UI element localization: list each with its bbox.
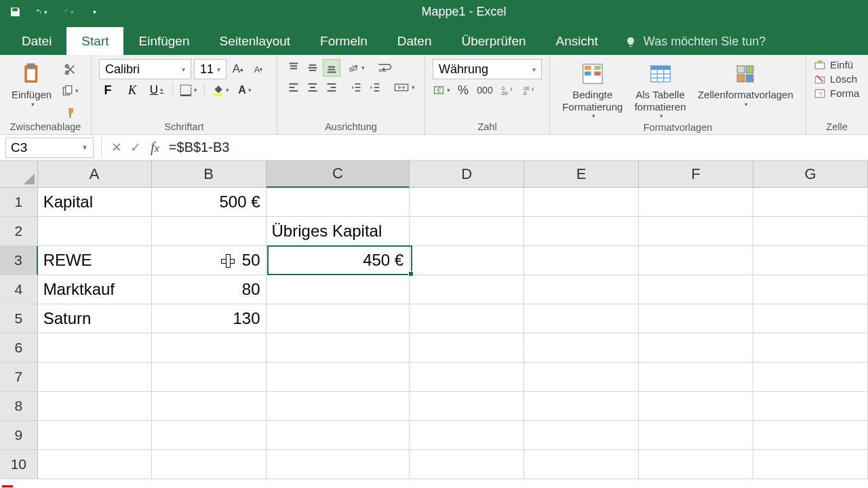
cell-E2[interactable]: [524, 217, 639, 246]
italic-button[interactable]: K: [123, 81, 141, 99]
cell-D4[interactable]: [410, 275, 524, 304]
wrap-text-button[interactable]: abc: [374, 59, 396, 77]
cut-button[interactable]: [61, 60, 79, 78]
format-painter-button[interactable]: [61, 104, 79, 121]
tab-review[interactable]: Überprüfen: [446, 27, 540, 55]
cell-F2[interactable]: [639, 217, 753, 246]
cell-B8[interactable]: [152, 392, 267, 421]
cell-E4[interactable]: [524, 275, 639, 304]
cell-C3[interactable]: 450 €: [267, 246, 410, 275]
cell-B10[interactable]: [152, 450, 267, 479]
fx-icon[interactable]: fx: [145, 139, 165, 156]
cancel-formula-button[interactable]: ✕: [107, 140, 126, 155]
percent-button[interactable]: %: [454, 81, 472, 99]
format-as-table-button[interactable]: Als Tabelle formatieren▾: [631, 59, 690, 122]
paste-button[interactable]: Einfügen ▾: [7, 59, 56, 110]
font-name-combo[interactable]: Calibri▾: [99, 59, 191, 79]
cell-G8[interactable]: [753, 392, 868, 421]
align-top-button[interactable]: [285, 59, 302, 77]
cell-A4[interactable]: Marktkauf: [38, 275, 152, 304]
tell-me-search[interactable]: Was möchten Sie tun?: [613, 28, 766, 55]
align-left-button[interactable]: [285, 79, 302, 96]
tab-file[interactable]: Datei: [7, 27, 66, 55]
decrease-indent-button[interactable]: [347, 79, 365, 96]
cell-C2[interactable]: Übriges Kapital: [267, 217, 410, 246]
align-right-button[interactable]: [323, 79, 340, 96]
tab-view[interactable]: Ansicht: [541, 27, 613, 55]
cell-A7[interactable]: [38, 363, 152, 392]
cell-F7[interactable]: [639, 363, 753, 392]
cell-C10[interactable]: [267, 450, 410, 479]
row-header-1[interactable]: 1: [0, 188, 38, 217]
comma-button[interactable]: 000: [476, 81, 494, 99]
row-header-10[interactable]: 10: [0, 450, 38, 479]
cell-E8[interactable]: [524, 392, 639, 421]
col-header-G[interactable]: G: [753, 161, 868, 188]
cell-G4[interactable]: [753, 275, 868, 304]
insert-cells-button[interactable]: Einfü: [830, 59, 853, 70]
col-header-A[interactable]: A: [38, 161, 152, 188]
col-header-C[interactable]: C: [267, 161, 410, 188]
cell-D10[interactable]: [410, 450, 524, 479]
cell-B5[interactable]: 130: [152, 304, 267, 333]
row-header-9[interactable]: 9: [0, 421, 38, 450]
cell-C8[interactable]: [267, 392, 410, 421]
cell-G5[interactable]: [753, 304, 868, 333]
font-size-combo[interactable]: 11▾: [194, 59, 226, 79]
cell-F3[interactable]: [639, 246, 753, 275]
col-header-B[interactable]: B: [152, 161, 267, 188]
cell-E7[interactable]: [524, 363, 639, 392]
tab-data[interactable]: Daten: [382, 27, 447, 55]
cell-D9[interactable]: [410, 421, 524, 450]
cell-F9[interactable]: [639, 421, 753, 450]
align-middle-button[interactable]: [304, 59, 321, 77]
cell-A9[interactable]: [38, 421, 152, 450]
formula-input[interactable]: =$B$1-B3: [165, 140, 868, 155]
tab-pagelayout[interactable]: Seitenlayout: [205, 27, 306, 55]
cell-G6[interactable]: [753, 333, 868, 363]
cell-C9[interactable]: [267, 421, 410, 450]
format-cells-button[interactable]: Forma: [830, 87, 859, 99]
cell-B4[interactable]: 80: [152, 275, 267, 304]
cell-D6[interactable]: [410, 333, 524, 363]
row-header-5[interactable]: 5: [0, 304, 38, 333]
cell-A8[interactable]: [38, 392, 152, 421]
row-header-2[interactable]: 2: [0, 217, 38, 246]
increase-decimal-button[interactable]: .0.00: [498, 81, 515, 99]
cell-G10[interactable]: [753, 450, 868, 479]
cell-F10[interactable]: [639, 450, 753, 479]
font-color-button[interactable]: A▾: [236, 81, 254, 99]
cell-A1[interactable]: Kapital: [38, 188, 152, 217]
cell-B3[interactable]: 50: [152, 246, 267, 275]
cell-E6[interactable]: [524, 333, 639, 363]
cell-F8[interactable]: [639, 392, 753, 421]
col-header-D[interactable]: D: [410, 161, 524, 188]
cell-B2[interactable]: [152, 217, 267, 246]
cell-A10[interactable]: [38, 450, 152, 479]
tab-formulas[interactable]: Formeln: [305, 27, 382, 55]
cell-B9[interactable]: [152, 421, 267, 450]
tab-insert[interactable]: Einfügen: [123, 27, 204, 55]
copy-button[interactable]: ▾: [61, 82, 79, 100]
cell-C5[interactable]: [267, 304, 410, 333]
cell-C1[interactable]: [267, 188, 410, 217]
redo-icon[interactable]: ▾: [62, 6, 74, 18]
cell-A6[interactable]: [38, 333, 152, 363]
cell-B7[interactable]: [152, 363, 267, 392]
spreadsheet-grid[interactable]: A B C D E F G 1 Kapital 500 € 2 Übriges …: [0, 161, 868, 479]
cell-G2[interactable]: [753, 217, 868, 246]
cell-D2[interactable]: [410, 217, 524, 246]
fill-color-button[interactable]: ▾: [212, 81, 229, 99]
cell-A3[interactable]: REWE: [38, 246, 152, 275]
cell-E10[interactable]: [524, 450, 639, 479]
enter-formula-button[interactable]: ✓: [126, 140, 145, 155]
col-header-E[interactable]: E: [524, 161, 639, 188]
merge-center-button[interactable]: ▾: [393, 79, 415, 96]
shrink-font-button[interactable]: A▾: [250, 60, 267, 78]
underline-button[interactable]: U▾: [148, 81, 165, 99]
cell-D3[interactable]: [410, 246, 524, 275]
cell-D1[interactable]: [410, 188, 524, 217]
cell-E9[interactable]: [524, 421, 639, 450]
cell-C6[interactable]: [267, 333, 410, 363]
tab-start[interactable]: Start: [66, 27, 123, 55]
